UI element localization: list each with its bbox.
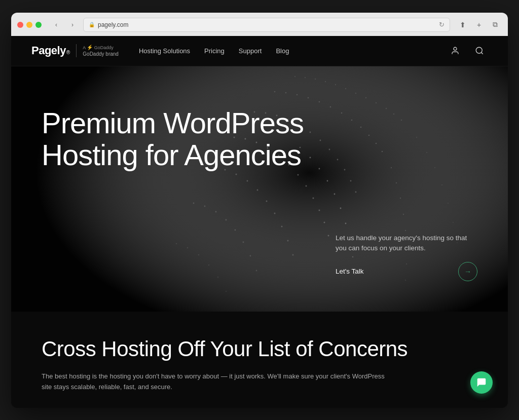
- cta-link[interactable]: Let's Talk: [336, 268, 364, 275]
- address-bar[interactable]: 🔒 pagely.com ↻: [83, 18, 450, 32]
- lock-icon: 🔒: [89, 22, 95, 27]
- logo-trademark: ®: [66, 50, 70, 55]
- account-icon[interactable]: [447, 43, 463, 59]
- back-button[interactable]: ‹: [50, 18, 63, 31]
- forward-button[interactable]: ›: [66, 18, 79, 31]
- tab-overview-button[interactable]: ⧉: [489, 18, 502, 31]
- godaddy-icon: ⚡: [87, 45, 93, 50]
- maximize-button[interactable]: [35, 22, 42, 28]
- arrow-icon: →: [464, 268, 471, 276]
- hero-bottom: Let us handle your agency's hosting so t…: [42, 233, 477, 291]
- section-two: Cross Hosting Off Your List of Concerns …: [11, 312, 508, 408]
- nav-left: Pagely ® A ⚡ GoDaddy GoDaddy brand Hosti…: [31, 44, 289, 58]
- traffic-lights: [17, 22, 42, 28]
- hero-content: Premium WordPress Hosting for Agencies L…: [11, 66, 508, 312]
- hero-subtitle: Let us handle your agency's hosting so t…: [336, 233, 477, 254]
- search-icon[interactable]: [471, 43, 488, 59]
- navigation: Pagely ® A ⚡ GoDaddy GoDaddy brand Hosti…: [11, 36, 508, 66]
- godaddy-brand: A ⚡ GoDaddy GoDaddy brand: [76, 44, 119, 58]
- hero-cta: Let us handle your agency's hosting so t…: [336, 233, 477, 281]
- close-button[interactable]: [17, 22, 23, 28]
- url-text: pagely.com: [98, 21, 128, 28]
- nav-links: Hosting Solutions Pricing Support Blog: [139, 47, 289, 55]
- nav-link-pricing[interactable]: Pricing: [204, 47, 225, 55]
- logo-text[interactable]: Pagely: [31, 44, 66, 57]
- svg-point-0: [454, 47, 457, 50]
- nav-link-blog[interactable]: Blog: [276, 47, 289, 55]
- hero-title: Premium WordPress Hosting for Agencies: [42, 107, 305, 172]
- cta-arrow-button[interactable]: →: [458, 262, 477, 281]
- reload-icon[interactable]: ↻: [439, 21, 444, 28]
- section-two-title: Cross Hosting Off Your List of Concerns: [42, 337, 477, 361]
- section-two-subtitle: The best hosting is the hosting you don'…: [42, 371, 396, 393]
- browser-controls: ‹ ›: [50, 18, 79, 31]
- minimize-button[interactable]: [26, 22, 32, 28]
- nav-link-support[interactable]: Support: [239, 47, 262, 55]
- new-tab-button[interactable]: +: [472, 18, 486, 31]
- godaddy-brand-label: GoDaddy brand: [83, 51, 119, 57]
- chat-bubble-button[interactable]: [470, 371, 493, 394]
- svg-point-1: [476, 47, 482, 53]
- website-content: Pagely ® A ⚡ GoDaddy GoDaddy brand Hosti…: [11, 36, 508, 408]
- browser-actions: ⬆ + ⧉: [456, 18, 502, 31]
- browser-chrome: ‹ › 🔒 pagely.com ↻ ⬆ + ⧉: [11, 13, 508, 36]
- hero-section: Premium WordPress Hosting for Agencies L…: [11, 66, 508, 312]
- cta-row: Let's Talk →: [336, 262, 477, 281]
- browser-window: ‹ › 🔒 pagely.com ↻ ⬆ + ⧉: [11, 13, 508, 408]
- nav-link-hosting[interactable]: Hosting Solutions: [139, 47, 190, 55]
- godaddy-a-text: A ⚡ GoDaddy: [83, 44, 119, 51]
- nav-right: [447, 43, 488, 59]
- chat-icon: [476, 377, 487, 388]
- share-button[interactable]: ⬆: [456, 18, 469, 31]
- logo-area: Pagely ® A ⚡ GoDaddy GoDaddy brand: [31, 44, 119, 58]
